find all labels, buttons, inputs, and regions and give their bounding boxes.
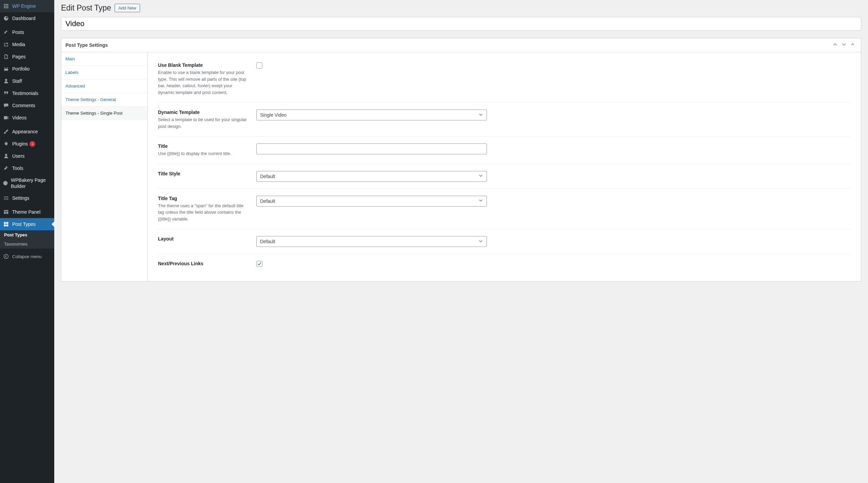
sidebar-item-videos[interactable]: Videos — [0, 112, 54, 124]
select-value: Single Video — [260, 112, 287, 118]
add-new-button[interactable]: Add New — [115, 4, 140, 12]
panel-down-icon[interactable] — [841, 42, 848, 49]
sidebar-item-label: Comments — [12, 103, 35, 108]
sidebar-item-label: Appearance — [12, 129, 38, 134]
wpbakery-icon — [3, 180, 8, 187]
form-area: Use Blank Template Enable to use a blank… — [148, 52, 861, 281]
tab-theme-general[interactable]: Theme Settings - General — [61, 93, 147, 107]
svg-rect-1 — [5, 4, 6, 5]
sidebar-item-posttypes[interactable]: Post Types — [0, 218, 54, 230]
sidebar-item-label: WPBakery Page Builder — [11, 177, 52, 189]
svg-point-9 — [3, 181, 8, 186]
sidebar-item-themepanel[interactable]: Theme Panel — [0, 206, 54, 218]
gear-icon — [3, 3, 9, 9]
sidebar-item-media[interactable]: Media — [0, 38, 54, 51]
sidebar-item-tools[interactable]: Tools — [0, 162, 54, 174]
submenu-item-taxonomies[interactable]: Taxonomies — [0, 239, 54, 249]
sidebar-item-label: WP Engine — [12, 3, 36, 9]
brush-icon — [3, 128, 9, 135]
row-dynamic-template: Dynamic Template Select a template to be… — [158, 103, 851, 137]
label-dynamic-template: Dynamic Template — [158, 110, 250, 115]
sidebar-item-label: Tools — [12, 166, 23, 171]
panel-toggle-icon[interactable] — [850, 42, 857, 49]
checkbox-next-prev[interactable] — [256, 261, 262, 267]
sidebar-item-pages[interactable]: Pages — [0, 51, 54, 63]
label-next-prev: Next/Previous Links — [158, 261, 250, 266]
checkbox-blank-template[interactable] — [256, 62, 262, 69]
wrench-icon — [3, 165, 9, 172]
sidebar-item-plugins[interactable]: Plugins 1 — [0, 138, 54, 150]
tab-theme-single[interactable]: Theme Settings - Single Post — [61, 107, 147, 120]
sidebar-item-dashboard[interactable]: Dashboard — [0, 12, 54, 24]
select-title-tag[interactable]: Default — [256, 196, 487, 207]
sidebar-item-testimonials[interactable]: Testimonials — [0, 87, 54, 99]
comment-icon — [3, 102, 9, 109]
row-next-prev: Next/Previous Links — [158, 254, 851, 274]
svg-rect-8 — [7, 7, 8, 8]
desc-dynamic-template: Select a template to be used for your si… — [158, 117, 247, 129]
sidebar-item-label: Users — [12, 153, 25, 159]
row-layout: Layout Default — [158, 229, 851, 254]
panel-up-icon[interactable] — [832, 42, 839, 49]
admin-sidebar: WP Engine Dashboard Posts Media Pages — [0, 0, 54, 483]
sidebar-submenu: Post Types Taxonomies — [0, 230, 54, 249]
collapse-menu-button[interactable]: Collapse menu — [0, 250, 54, 263]
sidebar-item-users[interactable]: Users — [0, 150, 54, 162]
pin-icon — [3, 29, 9, 36]
select-dynamic-template[interactable]: Single Video — [256, 110, 487, 120]
svg-rect-2 — [7, 4, 8, 5]
sidebar-item-label: Testimonials — [12, 91, 38, 96]
desc-blank-template: Enable to use a blank template for your … — [158, 70, 246, 95]
svg-rect-4 — [5, 5, 6, 6]
media-icon — [3, 41, 9, 48]
submenu-item-posttypes[interactable]: Post Types — [0, 230, 54, 239]
chevron-down-icon — [478, 239, 483, 245]
sidebar-item-appearance[interactable]: Appearance — [0, 125, 54, 138]
users-icon — [3, 153, 9, 159]
svg-point-10 — [4, 254, 8, 259]
person-icon — [3, 78, 9, 84]
sidebar-item-portfolio[interactable]: Portfolio — [0, 63, 54, 75]
sidebar-item-label: Plugins — [12, 141, 28, 147]
sidebar-item-settings[interactable]: Settings — [0, 192, 54, 204]
sidebar-item-wpengine[interactable]: WP Engine — [0, 0, 54, 12]
tab-advanced[interactable]: Advanced — [61, 79, 147, 93]
dashboard-icon — [3, 15, 9, 22]
page-icon — [3, 53, 9, 60]
select-value: Default — [260, 174, 275, 179]
layout-icon — [3, 209, 9, 215]
sidebar-item-label: Pages — [12, 54, 26, 59]
sidebar-item-label: Post Types — [12, 221, 36, 227]
panel-header: Post Type Settings — [61, 38, 861, 52]
input-title[interactable] — [256, 143, 487, 154]
select-value: Default — [260, 239, 275, 244]
settings-panel: Post Type Settings Main Labels — [61, 38, 861, 282]
video-icon — [3, 114, 9, 121]
sidebar-item-wpbakery[interactable]: WPBakery Page Builder — [0, 174, 54, 192]
select-layout[interactable]: Default — [256, 236, 487, 247]
post-type-title-input[interactable] — [61, 17, 861, 31]
chevron-down-icon — [478, 173, 483, 179]
plugins-badge: 1 — [29, 141, 35, 147]
row-title: Title Use {{title}} to display the curre… — [158, 137, 851, 164]
tab-main[interactable]: Main — [61, 52, 147, 66]
sidebar-item-label: Dashboard — [12, 16, 36, 21]
sidebar-item-label: Media — [12, 42, 25, 47]
select-title-style[interactable]: Default — [256, 171, 487, 182]
sidebar-item-comments[interactable]: Comments — [0, 99, 54, 112]
sidebar-item-label: Theme Panel — [12, 209, 40, 215]
label-title: Title — [158, 143, 250, 149]
sliders-icon — [3, 195, 9, 201]
sidebar-item-posts[interactable]: Posts — [0, 26, 54, 38]
sidebar-item-label: Staff — [12, 78, 22, 84]
sidebar-item-staff[interactable]: Staff — [0, 75, 54, 87]
row-title-tag: Title Tag The theme uses a "span" for th… — [158, 189, 851, 230]
portfolio-icon — [3, 65, 9, 72]
check-icon — [257, 262, 262, 266]
collapse-icon — [3, 253, 9, 260]
tab-labels[interactable]: Labels — [61, 66, 147, 79]
svg-rect-6 — [4, 7, 5, 8]
label-blank-template: Use Blank Template — [158, 62, 250, 68]
settings-tabs: Main Labels Advanced Theme Settings - Ge… — [61, 52, 148, 281]
page-title: Edit Post Type — [61, 3, 111, 13]
